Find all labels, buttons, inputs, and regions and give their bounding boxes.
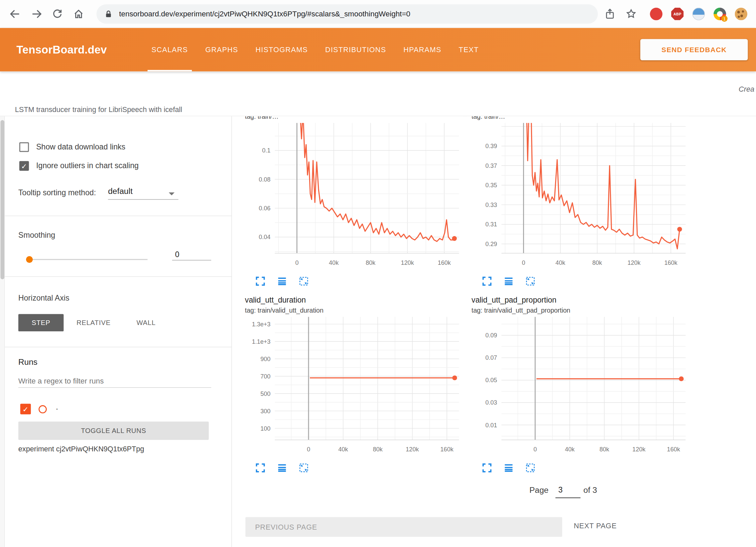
blue-extension-icon[interactable] bbox=[692, 8, 705, 20]
smoothing-label: Smoothing bbox=[18, 231, 55, 240]
fit-domain-icon[interactable] bbox=[525, 462, 536, 474]
svg-text:900: 900 bbox=[260, 356, 270, 362]
chart-actions bbox=[240, 462, 463, 474]
svg-text:40k: 40k bbox=[329, 259, 339, 266]
chart-actions bbox=[467, 462, 689, 474]
svg-text:0: 0 bbox=[533, 446, 537, 453]
svg-text:0.33: 0.33 bbox=[485, 202, 497, 208]
svg-text:0.07: 0.07 bbox=[485, 354, 497, 361]
scrollbar-thumb[interactable] bbox=[0, 120, 4, 279]
chart-card: tag: train/… 040k80k120k160k0.10.080.060… bbox=[240, 116, 463, 287]
forward-icon[interactable] bbox=[30, 8, 43, 20]
chart-tag: tag: train/valid_utt_pad_proportion bbox=[467, 305, 689, 316]
svg-text:0.06: 0.06 bbox=[259, 205, 270, 212]
abp-label: ABP bbox=[673, 12, 681, 16]
axis-relative-button[interactable]: RELATIVE bbox=[71, 314, 117, 331]
log-scale-icon[interactable] bbox=[503, 462, 515, 474]
page-number-input[interactable] bbox=[555, 485, 581, 498]
app-header: TensorBoard.dev SCALARS GRAPHS HISTOGRAM… bbox=[0, 28, 756, 72]
abp-extension-icon[interactable]: ABP bbox=[671, 8, 684, 20]
tooltip-sorting-dropdown[interactable]: default bbox=[108, 187, 178, 200]
tab-scalars[interactable]: SCALARS bbox=[143, 28, 197, 72]
bookmark-star-icon[interactable] bbox=[625, 8, 638, 20]
profile-extension-icon[interactable]: 1 bbox=[714, 8, 726, 20]
tab-graphs[interactable]: GRAPHS bbox=[197, 28, 247, 72]
run-name-label: . bbox=[56, 403, 58, 412]
axis-step-button[interactable]: STEP bbox=[18, 314, 64, 331]
svg-text:120k: 120k bbox=[401, 259, 414, 266]
home-icon[interactable] bbox=[72, 8, 85, 20]
brand-title: TensorBoard.dev bbox=[16, 28, 107, 72]
tab-distributions[interactable]: DISTRIBUTIONS bbox=[317, 28, 395, 72]
svg-text:160k: 160k bbox=[438, 259, 451, 266]
chart-plot[interactable]: 040k80k120k160k0.10.080.060.04 bbox=[240, 122, 463, 269]
refresh-icon[interactable] bbox=[51, 8, 64, 20]
tab-text[interactable]: TEXT bbox=[450, 28, 487, 72]
tab-hparams[interactable]: HPARAMS bbox=[395, 28, 450, 72]
chart-plot[interactable]: 040k80k120k160k1.3e+31.1e+39007005003001… bbox=[240, 316, 463, 456]
divider bbox=[5, 216, 232, 216]
address-bar[interactable]: tensorboard.dev/experiment/cj2vtPiwQHKN9… bbox=[97, 4, 598, 24]
svg-text:160k: 160k bbox=[440, 446, 454, 453]
show-download-links-checkbox[interactable] bbox=[19, 142, 29, 152]
log-scale-icon[interactable] bbox=[276, 276, 288, 287]
run-checkbox[interactable]: ✓ bbox=[20, 404, 31, 414]
fit-domain-icon[interactable] bbox=[298, 462, 310, 474]
expand-chart-icon[interactable] bbox=[481, 276, 493, 287]
axis-wall-button[interactable]: WALL bbox=[127, 314, 165, 331]
smoothing-slider-track[interactable] bbox=[26, 259, 148, 260]
log-scale-icon[interactable] bbox=[276, 462, 288, 474]
svg-text:80k: 80k bbox=[373, 446, 383, 453]
smoothing-value-input[interactable] bbox=[172, 249, 211, 260]
fit-domain-icon[interactable] bbox=[525, 276, 536, 287]
charts-panel: tag: train/… 040k80k120k160k0.10.080.060… bbox=[232, 116, 756, 547]
run-color-swatch bbox=[38, 405, 47, 414]
tooltip-sorting-label: Tooltip sorting method: bbox=[18, 189, 96, 197]
url-text: tensorboard.dev/experiment/cj2vtPiwQHKN9… bbox=[119, 10, 410, 18]
svg-text:0: 0 bbox=[307, 446, 310, 453]
svg-text:1.3e+3: 1.3e+3 bbox=[252, 321, 271, 328]
svg-text:500: 500 bbox=[260, 391, 270, 397]
log-scale-icon[interactable] bbox=[503, 276, 515, 287]
chart-card: tag: train/… 040k80k120k160k0.390.370.35… bbox=[467, 116, 689, 287]
send-feedback-button[interactable]: SEND FEEDBACK bbox=[640, 39, 748, 60]
toggle-all-runs-button[interactable]: TOGGLE ALL RUNS bbox=[18, 422, 209, 440]
pagination: Page of 3 bbox=[232, 483, 756, 502]
svg-text:120k: 120k bbox=[628, 259, 641, 266]
sidebar-scrollbar[interactable] bbox=[0, 116, 5, 547]
created-text-clipped: Crea bbox=[739, 85, 754, 93]
expand-chart-icon[interactable] bbox=[255, 276, 266, 287]
expand-chart-icon[interactable] bbox=[255, 462, 266, 474]
ignore-outliers-checkbox[interactable]: ✓ bbox=[19, 161, 29, 171]
experiment-id-label: experiment cj2vtPiwQHKN9Q1tx6PTpg bbox=[18, 445, 144, 453]
experiment-description: LSTM transducer training for LibriSpeech… bbox=[15, 105, 182, 113]
next-page-button[interactable]: NEXT PAGE bbox=[574, 521, 617, 530]
chart-tag: tag: train/… bbox=[240, 116, 463, 122]
svg-text:0.29: 0.29 bbox=[485, 241, 497, 247]
smoothing-slider-thumb[interactable] bbox=[26, 256, 33, 263]
svg-text:160k: 160k bbox=[667, 446, 680, 453]
show-download-links-label: Show data download links bbox=[36, 142, 125, 152]
chart-plot[interactable]: 040k80k120k160k0.390.370.350.330.310.29 bbox=[467, 122, 689, 269]
divider bbox=[5, 277, 232, 277]
runs-filter-input[interactable] bbox=[18, 375, 211, 388]
svg-text:0.37: 0.37 bbox=[485, 162, 497, 169]
svg-text:0.04: 0.04 bbox=[259, 234, 270, 240]
svg-text:80k: 80k bbox=[366, 259, 376, 266]
chart-plot[interactable]: 040k80k120k160k0.090.070.050.030.01 bbox=[467, 316, 689, 456]
svg-text:80k: 80k bbox=[592, 259, 602, 266]
previous-page-button[interactable]: PREVIOUS PAGE bbox=[245, 517, 562, 537]
svg-text:0.03: 0.03 bbox=[485, 399, 497, 406]
adblock-extension-icon[interactable] bbox=[650, 8, 663, 20]
fit-domain-icon[interactable] bbox=[298, 276, 310, 287]
expand-chart-icon[interactable] bbox=[481, 462, 493, 474]
cookie-extension-icon[interactable] bbox=[735, 8, 748, 20]
back-icon[interactable] bbox=[9, 8, 21, 20]
svg-text:100: 100 bbox=[260, 425, 270, 432]
chart-title: valid_utt_pad_proportion bbox=[467, 295, 689, 305]
svg-text:0.1: 0.1 bbox=[262, 147, 270, 154]
runs-section-label: Runs bbox=[18, 357, 37, 367]
share-icon[interactable] bbox=[604, 8, 616, 20]
tab-histograms[interactable]: HISTOGRAMS bbox=[247, 28, 317, 72]
svg-text:0.39: 0.39 bbox=[485, 143, 497, 149]
